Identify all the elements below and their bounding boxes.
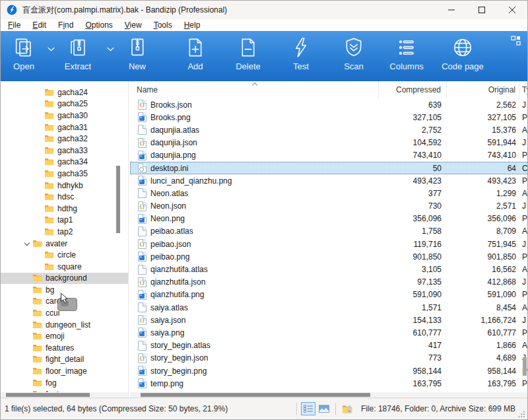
expand-chevron-icon[interactable]: [35, 263, 44, 270]
menu-item[interactable]: Edit: [26, 19, 52, 31]
extract-button[interactable]: Extract: [59, 31, 97, 81]
tree-folder-item[interactable]: tap1: [1, 215, 128, 227]
expand-chevron-icon[interactable]: [23, 345, 32, 351]
expand-chevron-icon[interactable]: [35, 100, 44, 107]
expand-chevron-icon[interactable]: [35, 158, 44, 165]
list-vertical-scrollbar-thumb[interactable]: [523, 357, 527, 376]
expand-chevron-icon[interactable]: [35, 124, 44, 131]
file-row[interactable]: saiya.atlas 1,571 8,454 A: [130, 301, 528, 314]
file-row[interactable]: temp.png 163,795 163,795 P: [130, 377, 528, 390]
add-files-button[interactable]: Add: [176, 31, 214, 81]
delete-files-button[interactable]: Delete: [229, 31, 267, 81]
file-row[interactable]: qianzhutifa.json 97,135 412,868 J: [130, 276, 528, 289]
expand-chevron-icon[interactable]: [23, 298, 32, 304]
details-view-button[interactable]: [301, 402, 315, 415]
file-row[interactable]: story_begin.atlas 417 1,866 A: [130, 339, 528, 352]
tree-vertical-scrollbar[interactable]: [116, 81, 120, 392]
resize-grip[interactable]: [518, 411, 525, 418]
file-row[interactable]: peibao.png 901,850 901,850 P: [130, 250, 528, 263]
expand-chevron-icon[interactable]: [35, 135, 44, 142]
expand-chevron-icon[interactable]: [35, 147, 44, 154]
file-row[interactable]: peibao.json 119,716 751,945 J: [130, 238, 528, 250]
file-row[interactable]: lunci_and_qianzhu.png 493,423 493,423 P: [130, 174, 528, 187]
tree-folder-item[interactable]: hdhykb: [1, 180, 128, 192]
thumbnail-view-button[interactable]: [317, 402, 331, 415]
column-header-original[interactable]: Original: [447, 81, 519, 98]
expand-chevron-icon[interactable]: [35, 89, 44, 96]
tree-folder-item[interactable]: gacha33: [1, 145, 128, 157]
tree-folder-item[interactable]: circle: [1, 249, 128, 261]
tree-folder-item[interactable]: fight_detail: [1, 354, 128, 366]
tree-folder-item[interactable]: gacha30: [1, 110, 128, 122]
tree-folder-item[interactable]: gacha34: [1, 157, 128, 168]
column-header-compressed[interactable]: Compressed: [379, 81, 447, 98]
tree-folder-item[interactable]: gacha25: [1, 98, 128, 110]
tree-folder-item[interactable]: avater: [1, 238, 128, 250]
expand-chevron-icon[interactable]: [23, 322, 32, 328]
file-row[interactable]: Neon.atlas 377 1,299 A: [130, 187, 528, 199]
expand-chevron-icon[interactable]: [35, 205, 44, 212]
tree-folder-item[interactable]: fog: [1, 377, 128, 389]
file-row[interactable]: Brooks.png 327,105 327,105 P: [130, 111, 528, 123]
file-row[interactable]: qianzhutifa.atlas 3,105 16,562 A: [130, 263, 528, 275]
expand-chevron-icon[interactable]: [23, 356, 32, 363]
expand-chevron-icon[interactable]: [23, 333, 32, 339]
file-row[interactable]: daqunjia.png 743,410 743,410 P: [130, 149, 528, 162]
file-row[interactable]: desktop.ini 50 64 C: [130, 162, 528, 174]
expand-chevron-icon[interactable]: [35, 217, 44, 223]
tree-folder-item[interactable]: emoji: [1, 330, 128, 342]
file-row[interactable]: daqunjia.json 104,592 591,944 J: [130, 137, 528, 149]
file-row[interactable]: Neon.png 356,096 356,096 P: [130, 213, 528, 225]
menu-item[interactable]: Help: [178, 19, 207, 31]
code-page-button[interactable]: Code page: [435, 31, 490, 81]
menu-item[interactable]: Find: [52, 19, 79, 31]
tree-folder-item[interactable]: hdsc: [1, 191, 128, 203]
tree-vertical-scrollbar-thumb[interactable]: [116, 166, 120, 233]
tree-folder-item[interactable]: gacha24: [1, 87, 128, 98]
open-button[interactable]: Open: [5, 31, 43, 81]
expand-chevron-icon[interactable]: [23, 368, 32, 374]
expand-chevron-icon[interactable]: [23, 380, 32, 386]
tree-folder-item[interactable]: floor_image: [1, 365, 128, 377]
tree-folder-item[interactable]: square: [1, 261, 128, 273]
file-row[interactable]: Neon.json 730 2,571 J: [130, 200, 528, 213]
expand-chevron-icon[interactable]: [23, 310, 32, 316]
tree-folder-item[interactable]: features: [1, 342, 128, 354]
tree-folder-item[interactable]: ccui: [1, 307, 128, 319]
expand-chevron-icon[interactable]: [23, 287, 32, 293]
test-archive-button[interactable]: Test: [282, 31, 320, 81]
file-row[interactable]: qianzhutifa.png 591,090 591,090 P: [130, 289, 528, 301]
menu-item[interactable]: View: [119, 19, 148, 31]
tree-folder-item[interactable]: card: [1, 296, 128, 308]
column-header-name[interactable]: Name: [130, 81, 379, 98]
tree-folder-item[interactable]: gacha35: [1, 168, 128, 180]
tree-folder-item[interactable]: dungeon_list: [1, 319, 128, 331]
tree-folder-item[interactable]: gacha32: [1, 133, 128, 145]
tree-folder-item[interactable]: gacha31: [1, 122, 128, 133]
maximize-button[interactable]: [467, 1, 497, 19]
file-row[interactable]: peibao.atlas 1,758 8,709 A: [130, 225, 528, 238]
columns-button[interactable]: Columns: [387, 31, 426, 81]
new-archive-button[interactable]: New: [118, 31, 156, 81]
scan-malware-button[interactable]: Scan: [335, 31, 373, 81]
open-dropdown-chevron-icon[interactable]: [43, 31, 59, 81]
minimize-button[interactable]: [436, 1, 467, 19]
expand-chevron-icon[interactable]: [23, 275, 32, 281]
expand-chevron-icon[interactable]: [35, 112, 44, 119]
expand-chevron-icon[interactable]: [35, 252, 44, 258]
file-row[interactable]: daqunjia.atlas 2,752 15,376 A: [130, 123, 528, 136]
expand-chevron-icon[interactable]: [35, 182, 44, 189]
tree-folder-item[interactable]: bg: [1, 284, 128, 296]
layout-grid-icon[interactable]: [511, 36, 521, 46]
menu-item[interactable]: File: [2, 19, 26, 31]
tree-horizontal-scrollbar[interactable]: [1, 392, 128, 398]
extract-dropdown-chevron-icon[interactable]: [102, 31, 118, 81]
tree-folder-item[interactable]: hdthg: [1, 203, 128, 215]
tree-folder-item[interactable]: tap2: [1, 226, 128, 238]
expand-chevron-icon[interactable]: [35, 193, 44, 200]
close-button[interactable]: [497, 1, 527, 19]
list-vertical-scrollbar[interactable]: [523, 81, 527, 392]
tree-horizontal-scrollbar-thumb[interactable]: [6, 393, 90, 397]
menu-item[interactable]: Options: [79, 19, 118, 31]
file-row[interactable]: story_begin.json 773 4,689 J: [130, 352, 528, 365]
